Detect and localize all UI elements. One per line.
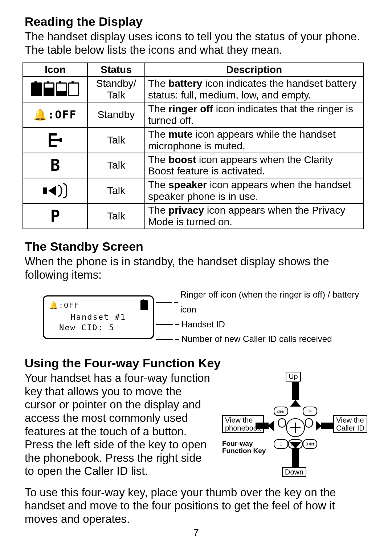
standby-screen-figure: 🔔:OFF Handset #1 New CID: 5 Ringer off i… xyxy=(43,287,367,347)
cell-status: Talk xyxy=(87,153,145,178)
cell-status: Standby/ Talk xyxy=(87,77,145,102)
lcd-new-cid: New CID: 5 xyxy=(49,323,148,332)
mute-icon xyxy=(48,133,62,148)
arrow-up-icon xyxy=(292,382,299,400)
boost-icon: B xyxy=(50,156,60,174)
cell-description: The mute icon appears while the handset … xyxy=(145,128,363,153)
key-message: ✉ xyxy=(303,407,317,416)
cell-description: The boost icon appears when the Clarity … xyxy=(145,153,363,178)
lcd-screen: 🔔:OFF Handset #1 New CID: 5 xyxy=(43,295,154,339)
icon-table: Icon Status Description Standby/ Talk xyxy=(23,62,364,229)
callout-ringer-battery: Ringer off icon (when the ringer is off)… xyxy=(154,287,367,317)
cell-status: Talk xyxy=(87,128,145,153)
battery-icon xyxy=(140,300,148,310)
th-status: Status xyxy=(87,63,145,77)
callout-new-cid: Number of new Caller ID calls received xyxy=(154,332,367,347)
th-icon: Icon xyxy=(23,63,87,77)
fourway-key-diagram: Up Down View the phonebook View the Call… xyxy=(222,372,367,477)
cell-status: Talk xyxy=(87,178,145,203)
handset-keypad: clear ✉ 1 2 abc 3 def xyxy=(274,407,317,446)
table-row: Talk The mute icon appears while the han… xyxy=(23,128,363,153)
dpad-icon xyxy=(286,418,305,437)
cell-description: The ringer off icon indicates that the r… xyxy=(145,102,363,128)
label-fourway-caption: Four-way Function Key xyxy=(222,440,266,455)
arrow-left-icon xyxy=(256,423,269,429)
label-up: Up xyxy=(286,372,301,382)
key-1: 1 xyxy=(274,439,288,449)
cell-description: The battery icon indicates the handset b… xyxy=(145,77,363,102)
key-3: 3 def xyxy=(303,439,317,449)
cell-description: The speaker icon appears when the handse… xyxy=(145,178,363,203)
heading-reading-display: Reading the Display xyxy=(25,15,367,29)
speaker-icon xyxy=(43,183,67,198)
arrow-right-icon xyxy=(321,423,334,429)
callout-handset-id: Handset ID xyxy=(154,317,367,332)
label-view-caller-id: View the Caller ID xyxy=(333,415,367,433)
table-row: B Talk The boost icon appears when the C… xyxy=(23,153,363,178)
heading-fourway-key: Using the Four-way Function Key xyxy=(25,356,367,370)
label-down: Down xyxy=(282,467,306,477)
cell-status: Standby xyxy=(87,102,145,128)
paragraph-reading-intro: The handset display uses icons to tell y… xyxy=(25,30,367,57)
lcd-handset-id: Handset #1 xyxy=(49,312,148,322)
lcd-ringer-off: 🔔:OFF xyxy=(49,301,79,310)
page-number: 7 xyxy=(0,527,392,538)
ringer-off-icon: 🔔:OFF xyxy=(33,108,77,121)
cell-description: The privacy icon appears when the Privac… xyxy=(145,203,363,229)
paragraph-standby-intro: When the phone is in standby, the handse… xyxy=(25,255,367,282)
manual-page: Reading the Display The handset display … xyxy=(0,0,392,553)
privacy-icon: P xyxy=(50,207,60,225)
th-desc: Description xyxy=(145,63,363,77)
paragraph-fourway-2: To use this four-way key, place your thu… xyxy=(25,486,367,526)
table-row: P Talk The privacy icon appears when the… xyxy=(23,203,363,229)
key-clear: clear xyxy=(274,407,288,416)
key-2: 2 abc xyxy=(288,439,303,449)
table-row: 🔔:OFF Standby The ringer off icon indica… xyxy=(23,102,363,128)
heading-standby-screen: The Standby Screen xyxy=(25,239,367,254)
arrow-down-icon xyxy=(292,449,299,467)
cell-status: Talk xyxy=(87,203,145,229)
table-row: Talk The speaker icon appears when the h… xyxy=(23,178,363,203)
battery-levels-icon xyxy=(26,80,84,99)
table-row: Standby/ Talk The battery icon indicates… xyxy=(23,77,363,102)
paragraph-fourway-1: Your handset has a four-way function key… xyxy=(25,372,213,478)
